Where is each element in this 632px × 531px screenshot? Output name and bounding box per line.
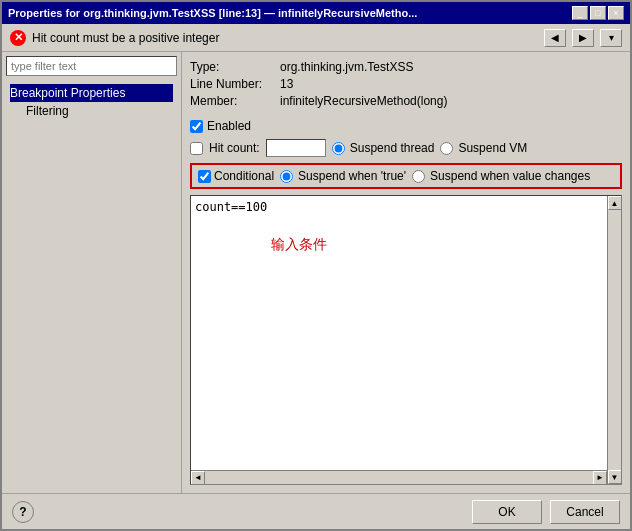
type-label: Type: bbox=[190, 60, 280, 74]
scroll-down-button[interactable]: ▼ bbox=[608, 470, 622, 484]
suspend-true-radio[interactable] bbox=[280, 170, 293, 183]
annotation-text: 输入条件 bbox=[271, 236, 327, 254]
scroll-up-button[interactable]: ▲ bbox=[608, 196, 622, 210]
hit-count-checkbox[interactable] bbox=[190, 142, 203, 155]
sidebar: Breakpoint Properties Filtering bbox=[2, 52, 182, 493]
error-icon: ✕ bbox=[10, 30, 26, 46]
scroll-left-button[interactable]: ◄ bbox=[191, 471, 205, 485]
member-value: infinitelyRecursiveMethod(long) bbox=[280, 94, 447, 108]
scroll-right-button[interactable]: ► bbox=[593, 471, 607, 485]
type-row: Type: org.thinking.jvm.TestXSS bbox=[190, 60, 622, 74]
title-bar: Properties for org.thinking.jvm.TestXSS … bbox=[2, 2, 630, 24]
sidebar-item-filtering[interactable]: Filtering bbox=[10, 102, 173, 120]
footer: ? OK Cancel bbox=[2, 493, 630, 529]
hit-count-label: Hit count: bbox=[209, 141, 260, 155]
enabled-row: Enabled bbox=[190, 119, 622, 133]
enabled-label: Enabled bbox=[207, 119, 251, 133]
tree-items: Breakpoint Properties Filtering bbox=[2, 80, 181, 124]
cancel-button[interactable]: Cancel bbox=[550, 500, 620, 524]
enabled-checkbox[interactable] bbox=[190, 120, 203, 133]
suspend-value-radio[interactable] bbox=[412, 170, 425, 183]
forward-button[interactable]: ▶ bbox=[572, 29, 594, 47]
scroll-track-h bbox=[205, 471, 593, 484]
conditional-checkbox[interactable] bbox=[198, 170, 211, 183]
dropdown-button[interactable]: ▾ bbox=[600, 29, 622, 47]
member-row: Member: infinitelyRecursiveMethod(long) bbox=[190, 94, 622, 108]
horizontal-scrollbar: ◄ ► bbox=[191, 470, 607, 484]
suspend-vm-label: Suspend VM bbox=[440, 141, 527, 155]
condition-textarea-container: 输入条件 ▲ ▼ ◄ ► bbox=[190, 195, 622, 485]
help-button[interactable]: ? bbox=[12, 501, 34, 523]
suspend-thread-label: Suspend thread bbox=[332, 141, 435, 155]
content-area: Breakpoint Properties Filtering Type: or… bbox=[2, 52, 630, 493]
sidebar-item-breakpoint-properties[interactable]: Breakpoint Properties bbox=[10, 84, 173, 102]
vertical-scrollbar: ▲ ▼ bbox=[607, 196, 621, 484]
window-body: ✕ Hit count must be a positive integer ◀… bbox=[2, 24, 630, 529]
suspend-vm-radio[interactable] bbox=[440, 142, 453, 155]
footer-right: OK Cancel bbox=[472, 500, 620, 524]
minimize-button[interactable]: _ bbox=[572, 6, 588, 20]
line-value: 13 bbox=[280, 77, 293, 91]
suspend-value-label: Suspend when value changes bbox=[412, 169, 590, 183]
main-window: Properties for org.thinking.jvm.TestXSS … bbox=[0, 0, 632, 531]
search-input[interactable] bbox=[6, 56, 177, 76]
error-message: Hit count must be a positive integer bbox=[32, 31, 219, 45]
main-panel: Type: org.thinking.jvm.TestXSS Line Numb… bbox=[182, 52, 630, 493]
ok-button[interactable]: OK bbox=[472, 500, 542, 524]
suspend-thread-radio[interactable] bbox=[332, 142, 345, 155]
line-row: Line Number: 13 bbox=[190, 77, 622, 91]
window-title: Properties for org.thinking.jvm.TestXSS … bbox=[8, 7, 417, 19]
close-button[interactable]: × bbox=[608, 6, 624, 20]
maximize-button[interactable]: □ bbox=[590, 6, 606, 20]
member-label: Member: bbox=[190, 94, 280, 108]
hit-count-row: Hit count: Suspend thread Suspend VM bbox=[190, 139, 622, 157]
conditional-label: Conditional bbox=[198, 169, 274, 183]
condition-textarea[interactable] bbox=[191, 196, 621, 484]
hit-count-input[interactable] bbox=[266, 139, 326, 157]
title-bar-buttons: _ □ × bbox=[572, 6, 624, 20]
error-banner: ✕ Hit count must be a positive integer ◀… bbox=[2, 24, 630, 52]
line-label: Line Number: bbox=[190, 77, 280, 91]
conditional-box: Conditional Suspend when 'true' Suspend … bbox=[190, 163, 622, 189]
suspend-true-label: Suspend when 'true' bbox=[280, 169, 406, 183]
search-box bbox=[2, 52, 181, 80]
footer-left: ? bbox=[12, 501, 34, 523]
type-value: org.thinking.jvm.TestXSS bbox=[280, 60, 413, 74]
back-button[interactable]: ◀ bbox=[544, 29, 566, 47]
